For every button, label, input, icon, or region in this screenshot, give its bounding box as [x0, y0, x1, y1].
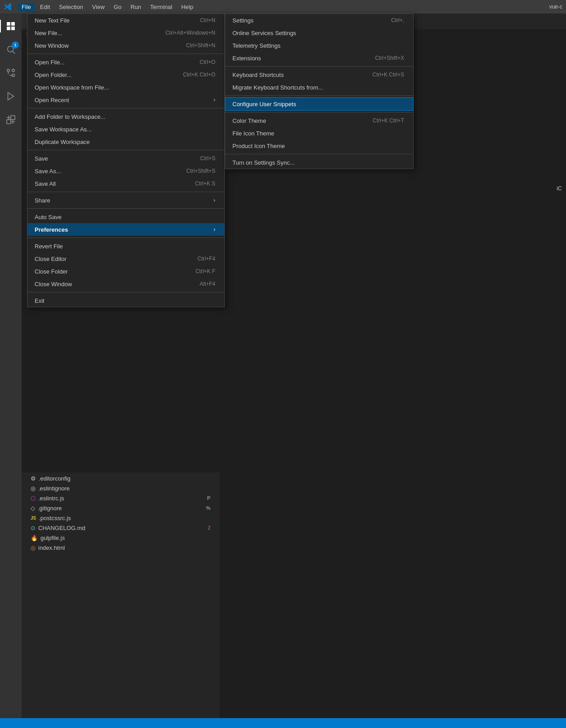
menu-add-folder[interactable]: Add Folder to Workspace... [27, 110, 224, 123]
menu-selection[interactable]: Selection [55, 3, 86, 11]
menu-save-workspace-as[interactable]: Save Workspace As... [27, 123, 224, 135]
menu-save[interactable]: Save Ctrl+S [27, 152, 224, 165]
source-control-badge: 1 [12, 41, 19, 49]
pref-settings-sync[interactable]: Turn on Settings Sync... [225, 156, 413, 169]
svg-point-6 [7, 69, 10, 72]
menu-new-window[interactable]: New Window Ctrl+Shift+N [27, 39, 224, 52]
file-item-gulpfile[interactable]: 🔥 gulpfile.js [22, 533, 219, 543]
menu-auto-save[interactable]: Auto Save [27, 211, 224, 223]
menu-item-label: New Window [35, 42, 69, 49]
pref-item-label: Settings [232, 17, 254, 24]
menu-item-label: Save Workspace As... [35, 126, 92, 133]
menu-preferences[interactable]: Preferences › [27, 223, 224, 236]
svg-rect-10 [7, 120, 11, 124]
menu-sep [27, 192, 224, 192]
menu-go[interactable]: Go [110, 3, 125, 11]
menu-sep [27, 208, 224, 209]
activity-search-icon[interactable]: 1 [0, 39, 22, 60]
file-item-eslintignore[interactable]: ◎ .eslintignore [22, 483, 219, 493]
pref-online-services[interactable]: Online Services Settings [225, 27, 413, 39]
file-item-changelog[interactable]: ⊙ CHANGELOG.md 2 [22, 523, 219, 533]
pref-settings[interactable]: Settings Ctrl+, [225, 14, 413, 27]
pref-product-icon-theme[interactable]: Product Icon Theme [225, 139, 413, 152]
menu-item-shortcut: Ctrl+Shift+N [186, 42, 215, 49]
activity-extensions-icon[interactable] [0, 109, 22, 130]
menu-share[interactable]: Share › [27, 194, 224, 207]
menu-view[interactable]: View [89, 3, 108, 11]
chevron-right-icon: › [214, 226, 215, 233]
menu-sep [27, 150, 224, 150]
pref-item-shortcut: Ctrl+Shift+X [375, 55, 404, 61]
status-bar [0, 718, 566, 728]
menu-sep [27, 54, 224, 54]
menu-revert-file[interactable]: Revert File [27, 240, 224, 252]
menu-close-editor[interactable]: Close Editor Ctrl+F4 [27, 252, 224, 265]
pref-migrate-keyboard[interactable]: Migrate Keyboard Shortcuts from... [225, 81, 413, 94]
pref-extensions[interactable]: Extensions Ctrl+Shift+X [225, 52, 413, 64]
svg-rect-3 [11, 27, 15, 30]
activity-scm-icon[interactable] [0, 62, 22, 84]
file-badge: % [206, 505, 210, 511]
svg-rect-11 [11, 116, 15, 120]
menu-open-workspace[interactable]: Open Workspace from File... [27, 81, 224, 94]
pref-configure-snippets[interactable]: Configure User Snippets [225, 98, 413, 110]
corner-ic-text: iC [553, 180, 566, 196]
file-name: .gitignore [38, 505, 62, 512]
menu-terminal[interactable]: Terminal [147, 3, 176, 11]
file-menu-dropdown: New Text File Ctrl+N New File... Ctrl+Al… [27, 13, 225, 307]
menu-item-label: Add Folder to Workspace... [35, 113, 105, 120]
menu-open-file[interactable]: Open File... Ctrl+O [27, 56, 224, 68]
pref-file-icon-theme[interactable]: File Icon Theme [225, 127, 413, 139]
svg-line-5 [13, 51, 15, 54]
svg-marker-9 [8, 93, 14, 100]
pref-color-theme[interactable]: Color Theme Ctrl+K Ctrl+T [225, 114, 413, 127]
activity-run-icon[interactable] [0, 85, 22, 107]
menu-edit[interactable]: Edit [36, 3, 53, 11]
menu-close-folder[interactable]: Close Folder Ctrl+K F [27, 265, 224, 278]
pref-keyboard-shortcuts[interactable]: Keyboard Shortcuts Ctrl+K Ctrl+S [225, 68, 413, 81]
menu-item-label: Open Folder... [35, 72, 71, 78]
pref-telemetry[interactable]: Telemetry Settings [225, 39, 413, 52]
menu-file[interactable]: File [18, 3, 35, 11]
menu-exit[interactable]: Exit [27, 294, 224, 307]
file-badge: P [207, 495, 210, 501]
menu-item-shortcut: Alt+F4 [200, 281, 215, 287]
menu-item-shortcut: Ctrl+Alt+Windows+N [165, 30, 215, 36]
menu-run[interactable]: Run [127, 3, 145, 11]
titlebar: File Edit Selection View Go Run Terminal… [0, 0, 566, 13]
menu-item-label: Revert File [35, 243, 63, 250]
menu-item-label: Close Window [35, 281, 72, 288]
menu-open-folder[interactable]: Open Folder... Ctrl+K Ctrl+O [27, 68, 224, 81]
pref-item-shortcut: Ctrl+K Ctrl+S [372, 72, 404, 78]
pref-sep [225, 95, 413, 96]
menu-new-file[interactable]: New File... Ctrl+Alt+Windows+N [27, 27, 224, 39]
file-badge: 2 [208, 525, 210, 530]
file-item-gitignore[interactable]: ◇ .gitignore % [22, 503, 219, 513]
file-item-postcssrc[interactable]: JS .postcssrc.js [22, 513, 219, 523]
file-item-index-html[interactable]: ◎ index.html [22, 543, 219, 553]
pref-item-label: Configure User Snippets [232, 101, 296, 108]
menu-help[interactable]: Help [178, 3, 197, 11]
file-icon: ⬡ [31, 495, 36, 502]
activity-explorer-icon[interactable] [0, 15, 22, 37]
menu-item-label: Preferences [35, 226, 68, 233]
menu-item-shortcut: Ctrl+K S [195, 180, 215, 187]
pref-sep [225, 66, 413, 67]
menu-save-all[interactable]: Save All Ctrl+K S [27, 177, 224, 190]
menu-open-recent[interactable]: Open Recent › [27, 94, 224, 106]
menu-item-label: Close Editor [35, 256, 67, 262]
menu-duplicate-workspace[interactable]: Duplicate Workspace [27, 135, 224, 148]
menu-item-shortcut: Ctrl+F4 [197, 256, 215, 262]
menu-new-text-file[interactable]: New Text File Ctrl+N [27, 14, 224, 27]
menu-sep [27, 238, 224, 238]
menu-item-shortcut: Ctrl+N [200, 17, 215, 23]
menu-close-window[interactable]: Close Window Alt+F4 [27, 278, 224, 290]
file-item-eslintrc[interactable]: ⬡ .eslintrc.js P [22, 493, 219, 503]
menu-item-shortcut: Ctrl+S [200, 155, 215, 162]
file-icon: ⊙ [31, 525, 36, 531]
menu-item-label: New File... [35, 30, 62, 36]
menu-item-label: Open Recent [35, 97, 69, 103]
file-item-editorconfig[interactable]: ⚙ .editorconfig [22, 473, 219, 483]
menu-save-as[interactable]: Save As... Ctrl+Shift+S [27, 165, 224, 177]
file-name: .postcssrc.js [39, 515, 71, 521]
